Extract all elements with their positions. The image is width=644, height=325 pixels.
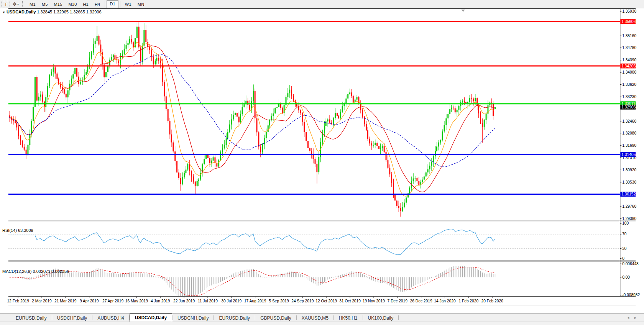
candle-body: [396, 200, 398, 206]
candle-body: [386, 152, 387, 160]
candle-body: [74, 68, 76, 74]
timeframe-button-m30[interactable]: M30: [65, 1, 80, 8]
candle-body: [475, 98, 476, 101]
date-tick-label: 14 Jan 2020: [434, 299, 456, 303]
candle-body: [345, 98, 347, 103]
candle-body: [233, 115, 234, 120]
candle-body: [444, 125, 445, 131]
chart-dropdown-icon[interactable]: ▼: [2, 11, 5, 14]
date-tick-label: 11 Jul 2019: [198, 299, 218, 303]
candle-body: [327, 120, 329, 121]
chart-tab-uk100-daily[interactable]: UK100,Daily: [363, 315, 399, 322]
arrows-tool-button[interactable]: ✥▾: [12, 1, 20, 8]
price-tick-label: 1.35930: [622, 9, 636, 13]
candle-body: [169, 121, 171, 135]
price-tick-label: 1.29760: [622, 204, 636, 208]
candle-body: [351, 92, 352, 96]
candle-body: [122, 54, 123, 57]
candle-body: [147, 42, 148, 47]
candle-body: [291, 90, 292, 96]
candle-body: [440, 140, 441, 143]
candle-body: [243, 104, 245, 107]
candle-body: [400, 208, 401, 211]
macd-axis-label: -0.008982: [622, 293, 640, 297]
chart-tab-audusd-h4[interactable]: AUDUSD,H4: [92, 315, 129, 322]
chart-tab-xauusd-m5[interactable]: XAUUSD,M5: [297, 315, 334, 322]
chart-tab-usdcnh-daily[interactable]: USDCNH,Daily: [172, 315, 214, 322]
candle-body: [136, 27, 138, 38]
candle-body: [378, 146, 380, 149]
candle-body: [473, 98, 474, 101]
chart-canvas[interactable]: 1.359301.351601.347801.343901.340001.336…: [0, 8, 644, 325]
chart-tab-eurusd-daily[interactable]: EURUSD,Daily: [11, 315, 52, 322]
chart-tab-hk50-h1[interactable]: HK50,H1: [334, 315, 363, 322]
chart-tab-usdchf-daily[interactable]: USDCHF,Daily: [52, 315, 92, 322]
candle-body: [436, 146, 437, 151]
candle-body: [85, 72, 87, 75]
text-tool-button[interactable]: T: [2, 1, 10, 8]
candle-body: [253, 91, 254, 101]
candle-body: [99, 36, 100, 44]
timeframe-button-h4[interactable]: H4: [92, 1, 103, 8]
candle-body: [9, 115, 10, 117]
price-tick-label: 1.32460: [622, 119, 636, 123]
candle-body: [171, 135, 172, 143]
candle-body: [391, 174, 392, 183]
candle-body: [406, 197, 407, 202]
chart-tab-usdcad-daily[interactable]: USDCAD,Daily: [130, 314, 172, 322]
candle-body: [353, 96, 354, 102]
tab-scroll-left-icon[interactable]: ◄: [626, 316, 634, 320]
candle-body: [182, 177, 183, 184]
tab-scroll-right-icon[interactable]: ►: [634, 316, 641, 320]
candle-body: [442, 131, 443, 140]
date-tick-label: 17 Aug 2019: [244, 299, 266, 303]
timeframe-button-d1[interactable]: D1: [107, 0, 118, 8]
candle-body: [375, 143, 376, 145]
candle-body: [462, 101, 463, 102]
candle-body: [227, 132, 228, 138]
candle-body: [160, 61, 161, 63]
candle-body: [129, 39, 130, 43]
candle-body: [149, 47, 150, 50]
candle-body: [268, 125, 269, 132]
candle-body: [209, 158, 210, 163]
timeframe-button-h1[interactable]: H1: [80, 1, 91, 8]
timeframe-button-m5[interactable]: M5: [39, 1, 51, 8]
candle-body: [369, 139, 370, 143]
candle-body: [242, 107, 243, 114]
candle-body: [347, 94, 348, 98]
chart-symbol: USDCAD,Daily: [7, 10, 36, 14]
timeframe-button-m1[interactable]: M1: [26, 1, 39, 8]
timeframe-button-m15[interactable]: M15: [51, 1, 65, 8]
candle-body: [200, 173, 201, 179]
candle-body: [76, 68, 77, 76]
chart-tab-eurusd-daily[interactable]: EURUSD,Daily: [214, 315, 255, 322]
candle-body: [262, 144, 263, 152]
date-tick-label: 20 Feb 2020: [481, 299, 503, 303]
chart-tab-gbpusd-daily[interactable]: GBPUSD,Daily: [255, 315, 296, 322]
timeframe-button-w1[interactable]: W1: [122, 1, 135, 8]
candle-body: [413, 179, 414, 181]
candle-body: [33, 107, 34, 121]
timeframe-button-mn[interactable]: MN: [135, 1, 148, 8]
candle-body: [427, 169, 429, 172]
candle-body: [155, 61, 156, 64]
candle-body: [191, 171, 192, 177]
chart-tabs: EURUSD,DailyUSDCHF,DailyAUDUSD,H4USDCAD,…: [11, 314, 399, 322]
candle-body: [333, 118, 334, 124]
candle-body: [311, 151, 312, 154]
date-tick-label: 30 Jul 2019: [221, 299, 242, 303]
candle-body: [218, 160, 219, 167]
candle-body: [195, 182, 196, 186]
candle-body: [126, 45, 127, 49]
candle-body: [80, 82, 81, 84]
candle-body: [97, 36, 98, 41]
candle-body: [36, 77, 38, 101]
candle-body: [197, 181, 198, 186]
candle-body: [260, 147, 261, 152]
candle-body: [53, 67, 54, 72]
candle-body: [158, 58, 159, 61]
candle-body: [371, 143, 372, 145]
candle-body: [204, 159, 205, 164]
date-tick-label: 26 Dec 2019: [410, 299, 432, 303]
